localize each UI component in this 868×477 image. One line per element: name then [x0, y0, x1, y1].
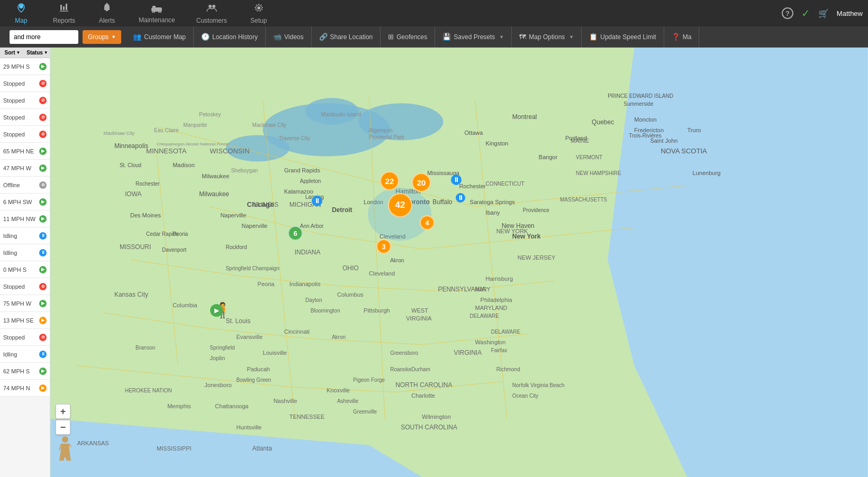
zoom-out-button[interactable]: −	[56, 420, 70, 435]
sidebar-row[interactable]: 74 MPH N ▶	[0, 380, 50, 397]
customer-map-icon: 👥	[133, 33, 141, 41]
help-icon[interactable]: ?	[782, 7, 793, 19]
subnav-geofences[interactable]: ⊞ Geofences	[381, 26, 435, 48]
sidebar-row[interactable]: 0 MPH S ▶	[0, 261, 50, 278]
top-navigation: Map Reports Alerts	[0, 0, 868, 26]
zoom-in-button[interactable]: +	[56, 404, 70, 419]
subnav-ma[interactable]: ❓ Ma	[664, 26, 700, 48]
svg-text:Detroit: Detroit	[332, 206, 352, 214]
nav-setup[interactable]: Setup	[243, 0, 275, 27]
nav-alerts[interactable]: Alerts	[91, 0, 123, 27]
nav-maintenance[interactable]: Maintenance	[133, 1, 180, 26]
sub-nav-left: Groups	[5, 30, 125, 44]
status-header[interactable]: Status	[25, 48, 50, 58]
subnav-videos[interactable]: 📹 Videos	[266, 26, 311, 48]
map-marker-pause-3[interactable]: ⏸	[456, 193, 465, 203]
cluster-6[interactable]: 6	[288, 226, 303, 241]
svg-text:Evansville: Evansville	[236, 334, 263, 340]
svg-text:VIRGINIA: VIRGINIA	[454, 349, 482, 356]
status-indicator: ⊘	[39, 80, 47, 87]
svg-text:Quebec: Quebec	[592, 118, 614, 126]
sidebar-row[interactable]: 47 MPH W ▶	[0, 160, 50, 177]
maintenance-icon	[151, 3, 162, 15]
svg-text:Fredericton: Fredericton	[634, 127, 664, 133]
svg-rect-9	[152, 6, 156, 8]
sidebar-row[interactable]: Stopped ⊘	[0, 329, 50, 346]
cluster-22[interactable]: 22	[380, 171, 399, 190]
nav-customers[interactable]: Customers	[191, 0, 232, 27]
svg-text:VIRGINIA: VIRGINIA	[406, 315, 432, 322]
status-text: 11 MPH NW	[3, 216, 35, 222]
svg-text:Sheboygan: Sheboygan	[231, 168, 258, 173]
sidebar-row[interactable]: Stopped ⊘	[0, 278, 50, 295]
svg-text:Wilmington: Wilmington	[422, 414, 450, 420]
nav-reports[interactable]: Reports	[48, 0, 80, 27]
cluster-42[interactable]: 42	[388, 193, 412, 217]
status-text: 65 MPH NE	[3, 148, 34, 154]
geofences-label: Geofences	[396, 33, 427, 41]
sidebar-row[interactable]: 65 MPH NE ▶	[0, 143, 50, 160]
cart-icon[interactable]: 🛒	[818, 8, 829, 19]
svg-text:Traverse City: Traverse City	[279, 135, 310, 141]
svg-text:Pigeon Forge: Pigeon Forge	[353, 377, 385, 383]
svg-text:CONNECTICUT: CONNECTICUT	[486, 181, 525, 187]
subnav-location-history[interactable]: 🕐 Location History	[194, 26, 266, 48]
sidebar-row[interactable]: Stopped ⊘	[0, 75, 50, 92]
svg-text:PRINCE EDWARD ISLAND: PRINCE EDWARD ISLAND	[608, 93, 673, 99]
sidebar-row[interactable]: 11 MPH NW ▶	[0, 210, 50, 227]
svg-text:SOUTH CAROLINA: SOUTH CAROLINA	[401, 424, 457, 431]
subnav-update-speed-limit[interactable]: 📋 Update Speed Limit	[582, 26, 664, 48]
sidebar-row[interactable]: Idling ⏸	[0, 227, 50, 244]
subnav-map-options[interactable]: 🗺 Map Options	[512, 26, 582, 48]
nav-map[interactable]: Map	[5, 0, 37, 27]
status-indicator: ⊘	[39, 283, 47, 290]
sidebar-row[interactable]: Stopped ⊘	[0, 126, 50, 143]
map-marker-pause-1[interactable]: ⏸	[312, 196, 322, 206]
sort-header[interactable]: Sort	[0, 48, 25, 58]
cluster-22-label: 22	[385, 177, 394, 186]
svg-text:Madison: Madison	[173, 162, 195, 168]
checkmark-icon[interactable]: ✓	[801, 7, 810, 20]
svg-text:MISSISSIPPI: MISSISSIPPI	[157, 445, 192, 452]
svg-text:Mackinaw City: Mackinaw City	[252, 122, 287, 128]
sidebar-row[interactable]: Idling ⏸	[0, 346, 50, 363]
status-text: 0 MPH S	[3, 267, 26, 273]
svg-text:Paducah: Paducah	[247, 366, 270, 372]
sidebar-row[interactable]: 75 MPH W ▶	[0, 295, 50, 312]
cluster-3[interactable]: 3	[376, 239, 391, 254]
svg-text:DELAWARE: DELAWARE	[491, 329, 521, 335]
groups-button[interactable]: Groups	[83, 30, 121, 44]
sidebar-row[interactable]: Idling ⏸	[0, 244, 50, 261]
svg-text:MARY: MARY	[475, 287, 491, 292]
search-input[interactable]	[10, 30, 78, 44]
svg-text:Louisville: Louisville	[263, 350, 287, 356]
svg-text:Algonquin: Algonquin	[369, 127, 393, 133]
sidebar-row[interactable]: 29 MPH S ▶	[0, 58, 50, 75]
svg-text:London: London	[364, 199, 383, 205]
subnav-customer-map[interactable]: 👥 Customer Map	[125, 26, 194, 48]
svg-text:Greenville: Greenville	[353, 409, 377, 415]
sidebar-row[interactable]: 13 MPH SE ▶	[0, 312, 50, 329]
subnav-share-location[interactable]: 🔗 Share Location	[312, 26, 381, 48]
svg-text:MARYLAND: MARYLAND	[475, 305, 508, 311]
user-name[interactable]: Matthew	[837, 10, 863, 17]
status-indicator: ▶	[39, 317, 47, 324]
svg-text:OHIO: OHIO	[342, 264, 359, 272]
sidebar-row[interactable]: Stopped ⊘	[0, 92, 50, 109]
map-container[interactable]: MINNESOTA IOWA MISSOURI WISCONSIN ILLINO…	[50, 48, 868, 477]
status-indicator: ⊘	[39, 114, 47, 121]
map-marker-pause-2[interactable]: ⏸	[451, 175, 462, 185]
vehicle-marker-knoxville[interactable]: ▶	[210, 304, 223, 317]
cluster-20[interactable]: 20	[412, 173, 431, 192]
sidebar-row[interactable]: Stopped ⊘	[0, 109, 50, 126]
subnav-saved-presets[interactable]: 💾 Saved Presets	[435, 26, 512, 48]
update-speed-limit-label: Update Speed Limit	[600, 33, 656, 41]
cluster-4[interactable]: 4	[420, 215, 435, 230]
svg-text:INDIANA: INDIANA	[295, 249, 321, 256]
svg-point-150	[62, 436, 68, 443]
sidebar-row[interactable]: 62 MPH S ▶	[0, 363, 50, 380]
street-view-icon[interactable]	[55, 435, 76, 461]
sidebar-row[interactable]: 6 MPH SW ▶	[0, 194, 50, 210]
sidebar-row[interactable]: Offline ⊘	[0, 177, 50, 194]
svg-text:Columbus: Columbus	[337, 291, 364, 298]
